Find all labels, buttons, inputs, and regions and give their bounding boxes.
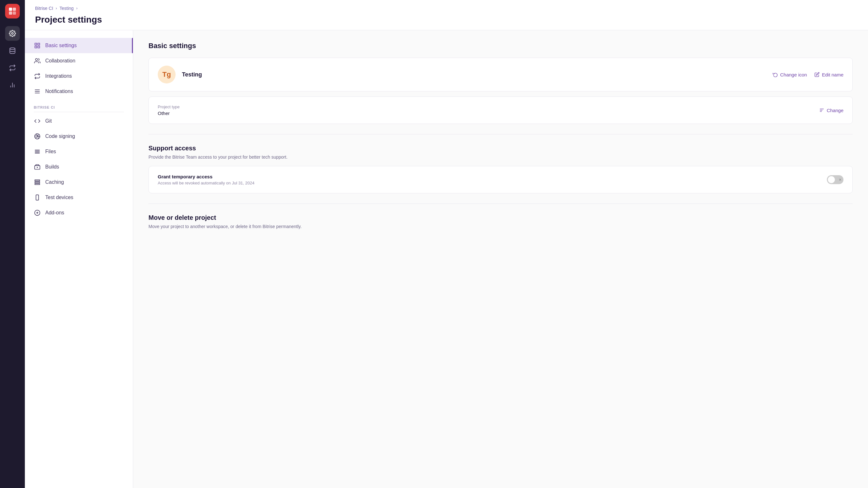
sidebar-item-files[interactable]: Files — [25, 144, 133, 159]
builds-icon — [34, 163, 41, 170]
project-type-value: Other — [158, 110, 180, 116]
caching-icon — [34, 179, 41, 186]
change-icon-icon — [773, 72, 778, 77]
breadcrumb-sep-2: › — [76, 6, 78, 10]
svg-rect-0 — [9, 8, 12, 11]
project-type-card: Project type Other Change — [149, 97, 853, 124]
sidebar: Basic settings Collaboration Integration… — [25, 30, 133, 488]
card-actions: Change icon Edit name — [773, 72, 843, 77]
sidebar-item-code-signing-label: Code signing — [45, 133, 75, 139]
grant-access-desc: Access will be revoked automatically on … — [158, 181, 255, 185]
sidebar-item-notifications[interactable]: Notifications — [25, 84, 133, 99]
edit-name-button[interactable]: Edit name — [814, 72, 843, 77]
breadcrumb-project[interactable]: Testing — [60, 6, 73, 11]
project-type-label: Project type — [158, 104, 180, 109]
svg-point-5 — [10, 48, 15, 50]
integrations-icon — [34, 73, 41, 79]
breadcrumb: Bitrise CI › Testing › — [35, 6, 858, 11]
sidebar-item-git-label: Git — [45, 118, 52, 124]
svg-rect-27 — [35, 184, 40, 185]
svg-rect-2 — [9, 11, 12, 15]
project-name: Testing — [182, 71, 766, 78]
svg-rect-26 — [35, 182, 40, 183]
svg-rect-11 — [35, 46, 37, 48]
sidebar-item-caching[interactable]: Caching — [25, 174, 133, 190]
svg-rect-3 — [13, 11, 16, 15]
page-title: Project settings — [35, 15, 858, 30]
svg-rect-9 — [35, 43, 37, 45]
grant-access-info: Grant temporary access Access will be re… — [158, 174, 255, 185]
change-icon-button[interactable]: Change icon — [773, 72, 807, 77]
code-signing-icon — [34, 133, 41, 140]
icon-nav — [0, 0, 25, 488]
main-wrapper: Bitrise CI › Testing › Project settings … — [25, 0, 868, 488]
sidebar-item-builds[interactable]: Builds — [25, 159, 133, 174]
main-content: Basic settings Tg Testing Change icon — [133, 30, 868, 488]
section-divider-2 — [149, 203, 853, 204]
body-layout: Basic settings Collaboration Integration… — [25, 30, 868, 488]
change-icon — [819, 108, 824, 113]
sidebar-item-git[interactable]: Git — [25, 113, 133, 129]
edit-name-icon — [814, 72, 819, 77]
grant-access-title: Grant temporary access — [158, 174, 255, 179]
sidebar-item-integrations[interactable]: Integrations — [25, 68, 133, 84]
sidebar-item-caching-label: Caching — [45, 179, 64, 185]
sidebar-item-notifications-label: Notifications — [45, 89, 73, 94]
move-delete-desc: Move your project to another workspace, … — [149, 224, 853, 229]
svg-rect-12 — [38, 46, 40, 48]
nav-item-deploy[interactable] — [5, 61, 20, 75]
breadcrumb-sep-1: › — [56, 6, 57, 10]
section-divider-1 — [149, 134, 853, 134]
svg-point-4 — [11, 32, 13, 34]
project-card: Tg Testing Change icon Edit name — [149, 58, 853, 91]
sidebar-item-code-signing[interactable]: Code signing — [25, 129, 133, 144]
nav-item-analytics[interactable] — [5, 78, 20, 92]
toggle-track: ✕ — [827, 175, 843, 184]
support-access-desc: Provide the Bitrise Team access to your … — [149, 155, 853, 160]
test-devices-icon — [34, 194, 41, 201]
svg-rect-10 — [38, 43, 40, 45]
sidebar-item-collaboration-label: Collaboration — [45, 58, 75, 64]
toggle-thumb — [828, 176, 835, 183]
project-type-row: Project type Other Change — [158, 104, 843, 116]
add-ons-icon — [34, 209, 41, 216]
change-project-type-label: Change — [827, 108, 843, 113]
support-access-title: Support access — [149, 144, 853, 152]
sidebar-item-test-devices[interactable]: Test devices — [25, 190, 133, 205]
svg-rect-1 — [13, 8, 16, 11]
change-project-type-button[interactable]: Change — [819, 108, 843, 113]
sidebar-item-builds-label: Builds — [45, 164, 59, 170]
sidebar-item-basic-settings[interactable]: Basic settings — [25, 38, 133, 53]
grant-access-toggle[interactable]: ✕ — [827, 175, 843, 184]
git-icon — [34, 118, 41, 125]
sidebar-item-test-devices-label: Test devices — [45, 195, 73, 200]
project-type-info: Project type Other — [158, 104, 180, 116]
sidebar-item-collaboration[interactable]: Collaboration — [25, 53, 133, 68]
sidebar-item-integrations-label: Integrations — [45, 73, 72, 79]
app-logo[interactable] — [5, 4, 20, 19]
nav-item-database[interactable] — [5, 43, 20, 58]
collaboration-icon — [34, 57, 41, 64]
basic-settings-icon — [34, 42, 41, 49]
change-icon-label: Change icon — [780, 72, 807, 77]
svg-rect-25 — [35, 180, 40, 181]
sidebar-divider — [34, 112, 124, 112]
sidebar-section-bitrise-ci: BITRISE CI — [25, 99, 133, 112]
section-title: Basic settings — [149, 42, 853, 50]
sidebar-item-files-label: Files — [45, 149, 56, 155]
nav-item-settings[interactable] — [5, 26, 20, 41]
sidebar-item-basic-settings-label: Basic settings — [45, 43, 77, 48]
breadcrumb-root[interactable]: Bitrise CI — [35, 6, 53, 11]
move-delete-title: Move or delete project — [149, 214, 853, 221]
svg-point-13 — [35, 59, 38, 61]
files-icon — [34, 148, 41, 155]
grant-access-card: Grant temporary access Access will be re… — [149, 166, 853, 193]
top-header: Bitrise CI › Testing › Project settings — [25, 0, 868, 30]
project-avatar: Tg — [158, 66, 176, 84]
sidebar-item-add-ons-label: Add-ons — [45, 210, 64, 216]
toggle-x-icon: ✕ — [839, 178, 842, 182]
sidebar-item-add-ons[interactable]: Add-ons — [25, 205, 133, 221]
edit-name-label: Edit name — [822, 72, 843, 77]
notifications-icon — [34, 88, 41, 95]
